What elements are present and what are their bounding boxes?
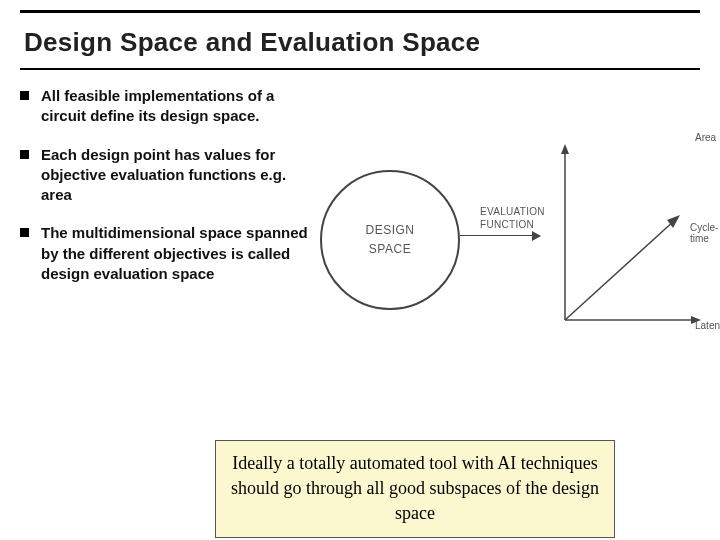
axis-label-x: Latency [695,320,720,331]
design-space-circle: DESIGN SPACE [320,170,460,310]
diagram: DESIGN SPACE EVALUATION FUNCTION Area Cy [310,110,700,390]
bullet-text: The multidimensional space spanned by th… [41,223,310,284]
bullet-text: Each design point has values for objecti… [41,145,310,206]
list-item: All feasible implementations of a circui… [20,86,310,127]
axis-label-diag: Cycle-time [690,222,718,244]
svg-line-4 [565,220,675,320]
content-row: All feasible implementations of a circui… [20,70,700,390]
callout-text: Ideally a totally automated tool with AI… [231,453,599,523]
ef-line2: FUNCTION [480,219,534,230]
arrow-right-icon [460,235,540,236]
bullet-text: All feasible implementations of a circui… [41,86,310,127]
bullet-list: All feasible implementations of a circui… [20,80,310,390]
axes-3d-icon [555,140,705,330]
callout-box: Ideally a totally automated tool with AI… [215,440,615,538]
bullet-icon [20,91,29,100]
circle-label-1: DESIGN [365,221,414,240]
svg-marker-1 [561,144,569,154]
axis-label-y: Area [695,132,716,143]
list-item: The multidimensional space spanned by th… [20,223,310,284]
circle-label-2: SPACE [369,240,411,259]
ef-line1: EVALUATION [480,206,545,217]
list-item: Each design point has values for objecti… [20,145,310,206]
evaluation-function-label: EVALUATION FUNCTION [480,205,545,231]
bullet-icon [20,228,29,237]
bullet-icon [20,150,29,159]
slide-title: Design Space and Evaluation Space [20,13,700,70]
